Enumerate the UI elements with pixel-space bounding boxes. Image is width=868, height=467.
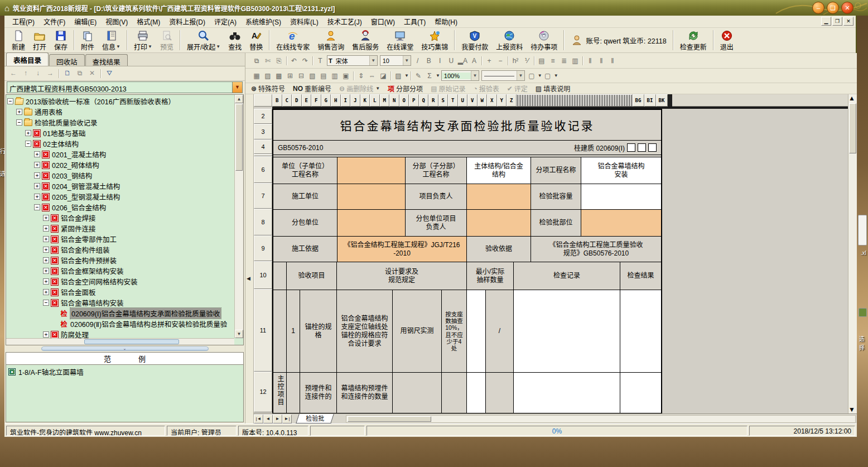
line-combobox[interactable]: ▼ [481,70,525,81]
scrollbar-thumb[interactable] [235,104,243,171]
row-header-8[interactable]: 8 [254,209,272,235]
tree-horizontal-scrollbar[interactable] [6,338,234,345]
renumber-button[interactable]: NO重新编号 [293,84,331,93]
tree-item[interactable]: +✕防腐处理 [6,329,234,338]
next-sheet-icon[interactable]: ► [273,415,282,423]
insert-col-button[interactable]: ▧ [307,70,318,81]
table-cell[interactable]: 验收项目 [287,262,337,290]
menu-item-12[interactable]: 工具(T) [399,15,430,28]
italic-button[interactable]: I [435,55,446,66]
add-node-icon[interactable]: 🗋 [62,68,73,79]
table-cell[interactable]: 检验批容量 [531,184,581,210]
column-header-B[interactable]: B [272,94,282,107]
toolbar-button-pay-shield[interactable]: V我要付款 [457,28,492,52]
column-header-E[interactable]: E [302,94,312,107]
tree-item[interactable]: +✕铝合金零部件加工 [6,234,234,244]
tree-item[interactable]: −检验批质量验收记录 [6,117,234,128]
row-header-12[interactable]: 12 [254,372,272,412]
table-cell[interactable]: 幕墙结构预埋件 和连接件的数量 [337,373,393,413]
column-header-P[interactable]: P [409,94,419,107]
dropdown-arrow-icon[interactable]: ▼ [404,73,409,78]
panel-splitter[interactable]: ⌄ [4,345,245,352]
menu-item-7[interactable]: 评定(A) [210,15,241,28]
column-header-V[interactable]: V [467,94,478,107]
toolbar-button-person-orange[interactable]: 销售咨询 [314,28,348,52]
nav-down-icon[interactable]: ↓ [32,68,44,79]
mdi-minimize-button[interactable]: ▁ [821,17,831,26]
table-cell[interactable]: 用钢尺实测 [393,290,442,373]
redo-button[interactable]: ↷ [300,55,311,66]
code-checkbox[interactable] [627,143,635,152]
sum-button[interactable]: Σ [424,70,435,81]
fraction-button[interactable]: ⅟ [521,55,532,66]
minimize-button[interactable]: ‒ [812,2,824,14]
copy-node-icon[interactable]: ⧉ [74,68,85,79]
sheet-corner-box[interactable] [254,94,272,107]
tree-item[interactable]: +✕铝合金构件预拼装 [6,255,234,266]
tree-item[interactable]: +✕0205_型钢混凝土结构 [6,191,234,202]
tree-toggle-expand-icon[interactable]: + [43,236,49,242]
scroll-up-icon[interactable]: ▲ [848,94,857,102]
table-cell[interactable]: 分部（子分部） 工程名称 [406,157,467,184]
align-right-button[interactable]: ▥ [570,55,581,66]
dropdown-arrow-icon[interactable]: ▼ [436,73,440,78]
shade-cells-button[interactable]: ▩ [273,70,284,81]
tree-vertical-scrollbar[interactable]: ▲ ▼ [234,95,243,338]
menu-item-4[interactable]: 视图(V) [101,15,132,28]
combobox-dropdown-icon[interactable]: ▼ [517,71,524,80]
row-header-3[interactable]: 3 [254,124,272,139]
table-cell[interactable]: 施工依据 [273,237,337,262]
tree-item[interactable]: −✕铝合金幕墙结构安装 [6,297,234,308]
sheet-tab[interactable]: 检验批 [296,414,334,423]
dropdown-arrow-icon[interactable]: ▼ [148,44,152,49]
column-header-BK[interactable]: BK [656,94,668,107]
insert-row-button[interactable]: ⊞ [284,70,296,81]
tree-toggle-expand-icon[interactable]: + [34,151,40,157]
mdi-restore-button[interactable]: ❐ [832,17,842,26]
maximize-button[interactable]: ❏ [827,2,839,14]
special-symbols-button[interactable]: ⊕特殊符号 [251,84,285,93]
table-cell[interactable] [581,210,661,237]
fill-down-button[interactable]: ▤ [318,70,329,81]
toolbar-button-open-folder[interactable]: 打开 [29,28,50,52]
border-outer-button[interactable]: ▢ [526,70,537,81]
tree-item[interactable]: +✕铝合金空间网格结构安装 [6,276,234,287]
table-cell[interactable] [486,373,514,413]
tree-toggle-expand-icon[interactable]: + [43,247,49,253]
filter-icon[interactable]: ⛛ [104,68,115,79]
lock-cell-button[interactable]: ▣ [340,70,351,81]
row-header-9[interactable]: 9 [254,235,272,261]
table-cell[interactable] [273,262,287,290]
align-center-button[interactable]: ≣ [558,55,570,66]
tree-item[interactable]: +✕0204_钢管混凝土结构 [6,181,234,191]
menu-item-13[interactable]: 帮助(H) [430,15,462,28]
tree-item[interactable]: −✕0206_铝合金结构 [6,202,234,213]
align-justify-button[interactable]: ▤ [536,55,547,66]
scrollbar-thumb[interactable] [849,103,856,153]
distribute-1-button[interactable]: ⦀ [585,55,596,66]
menu-item-9[interactable]: 资料库(L) [286,15,323,28]
tree-item[interactable]: +✕铝合金框架结构安装 [6,266,234,276]
table-cell[interactable] [337,184,406,210]
column-header-R[interactable]: R [428,94,438,107]
table-cell[interactable]: 设计要求及 规范规定 [337,262,467,290]
table-cell[interactable]: 验收依据 [467,237,531,262]
tree-toggle-expand-icon[interactable]: + [43,331,49,338]
table-cell[interactable] [287,373,300,413]
tree-item[interactable]: +✕01地基与基础 [6,128,234,138]
toolbar-button-preview[interactable]: 预览 [156,28,177,52]
column-header-G[interactable]: G [321,94,331,107]
column-header-H[interactable]: H [331,94,341,107]
tree-item[interactable]: −2013版验收统一标准（2016广西新版验收表格） [6,96,234,107]
column-header-C[interactable]: C [282,94,292,107]
delete-node-icon[interactable]: ✕ [86,68,98,79]
table-cell[interactable]: / [486,290,514,373]
table-cell[interactable]: 《铝合金结构工程施工质量验收 规范》GB50576-2010 [531,237,661,262]
toolbar-button-update[interactable]: 检查更新 [676,28,711,52]
column-header-S[interactable]: S [438,94,449,107]
dropdown-arrow-icon[interactable]: ▼ [554,73,558,78]
nav-back-icon[interactable]: ← [8,68,19,79]
table-cell[interactable]: 最小/实际 抽样数量 [467,262,514,290]
table-cell[interactable] [337,210,406,237]
column-header-BI[interactable]: BI [644,94,656,107]
